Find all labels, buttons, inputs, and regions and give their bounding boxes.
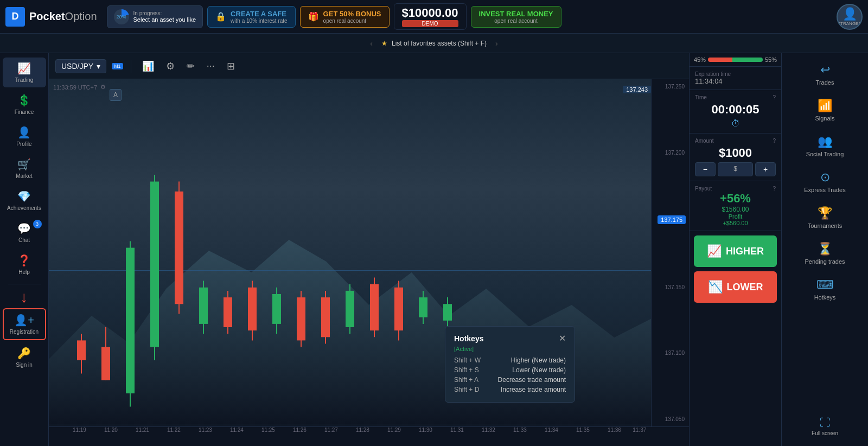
pending-trades-label: Pending trades <box>805 258 845 265</box>
more-button[interactable]: ··· <box>203 58 218 74</box>
svg-rect-32 <box>443 304 452 321</box>
sidebar-item-profile[interactable]: 👤 Profile <box>3 122 46 151</box>
amount-decrease-button[interactable]: − <box>695 162 716 176</box>
trading-icon: 📈 <box>17 62 31 75</box>
time-tick-0: 11:19 <box>73 427 86 433</box>
hotkeys-popup: Hotkeys ✕ [Active] Shift + W Higher (New… <box>445 326 575 403</box>
chat-label: Chat <box>18 237 30 243</box>
sidebar-item-registration[interactable]: 👤+ Registration <box>3 308 46 340</box>
hotkeys-header: Hotkeys ✕ <box>454 333 566 343</box>
logo[interactable]: D PocketOption <box>5 7 97 27</box>
create-safe-button[interactable]: 🔒 CREATE A SAFE with a 10% interest rate <box>207 6 296 28</box>
hotkeys-title: Hotkeys <box>454 334 483 343</box>
time-tick-12: 11:31 <box>450 427 464 433</box>
rp-item-social[interactable]: 👥 Social Trading <box>787 129 863 163</box>
achievements-icon: 💎 <box>17 190 31 203</box>
price-label-3: 137.150 <box>652 284 689 290</box>
higher-button[interactable]: 📈 HIGHER <box>694 235 777 267</box>
sidebar-item-chat[interactable]: 3 💬 Chat <box>3 218 46 247</box>
utc-text: 11:33:59 UTC+7 <box>53 84 97 91</box>
utc-label: 11:33:59 UTC+7 ⚙ <box>53 84 106 91</box>
profile-label: Profile <box>16 141 31 147</box>
signin-icon: 🔑 <box>17 347 31 360</box>
asset-selector[interactable]: USD/JPY ▾ <box>55 59 106 73</box>
time-tick-6: 11:25 <box>261 427 275 433</box>
payout-profit-sub: Profit <box>695 213 776 220</box>
hotkey-key-2: Shift + S <box>454 366 479 374</box>
sidebar-item-market[interactable]: 🛒 Market <box>3 154 46 183</box>
expiry-time: 11:34:04 <box>695 77 776 85</box>
chat-icon: 💬 <box>17 222 31 235</box>
avatar-button[interactable]: 👤 STRANGER <box>837 4 863 30</box>
help-icon: ❓ <box>17 254 31 267</box>
right-panel: ↩ Trades 📶 Signals 👥 Social Trading ⊙ Ex… <box>781 53 868 446</box>
rp-item-pending[interactable]: ⏳ Pending trades <box>787 237 863 270</box>
lower-label: LOWER <box>727 282 763 293</box>
hotkey-row-4: Shift + D Increase trade amount <box>454 386 566 393</box>
clock-icon: ⏱ <box>695 119 776 129</box>
express-trades-label: Express Trades <box>804 187 845 193</box>
time-tick-9: 11:28 <box>356 427 369 433</box>
sidebar-item-help[interactable]: ❓ Help <box>3 250 46 279</box>
sidebar-item-signin[interactable]: 🔑 Sign in <box>3 342 46 372</box>
chart-area: USD/JPY ▾ M1 📊 ⚙ ✏ ··· ⊞ <box>49 53 689 446</box>
rp-item-signals[interactable]: 📶 Signals <box>787 93 863 127</box>
hotkeys-icon: ⌨ <box>816 278 834 292</box>
social-trading-label: Social Trading <box>806 151 844 157</box>
market-label: Market <box>16 173 33 179</box>
layout-button[interactable]: ⊞ <box>224 58 238 74</box>
chart-type-button[interactable]: 📊 <box>139 58 157 74</box>
svg-rect-10 <box>175 192 183 304</box>
nav-left-arrow[interactable]: ‹ <box>366 39 377 48</box>
sidebar-item-finance[interactable]: 💲 Finance <box>3 90 46 119</box>
sidebar-item-achievements[interactable]: 💎 Achievements <box>3 186 46 215</box>
time-tick-15: 11:34 <box>545 427 558 433</box>
time-axis: 11:19 11:20 11:21 11:22 11:23 11:24 11:2… <box>49 426 689 446</box>
signals-icon: 📶 <box>818 99 832 113</box>
indicators-button[interactable]: ⚙ <box>163 58 178 74</box>
down-arrow-indicator: ↓ <box>21 289 28 306</box>
nav-right-arrow[interactable]: › <box>491 39 502 48</box>
progress-circle: 20% <box>114 9 129 24</box>
trading-label: Trading <box>15 77 34 83</box>
rp-item-express[interactable]: ⊙ Express Trades <box>787 165 863 199</box>
asset-name: USD/JPY <box>61 62 93 71</box>
payout-pct: +56% <box>695 192 776 206</box>
price-axis: 137.250 137.200 137.175 137.150 137.100 … <box>651 79 689 426</box>
hotkey-row-1: Shift + W Higher (New trade) <box>454 356 566 364</box>
pending-trades-icon: ⏳ <box>818 242 832 256</box>
hotkey-desc-1: Higher (New trade) <box>511 356 566 364</box>
progress-pct: 20% <box>117 14 126 20</box>
time-tick-1: 11:20 <box>104 427 118 433</box>
amount-increase-button[interactable]: + <box>755 162 776 176</box>
settings-icon[interactable]: ⚙ <box>100 84 106 91</box>
sidebar-item-trading[interactable]: 📈 Trading <box>3 58 46 87</box>
rp-item-hotkeys[interactable]: ⌨ Hotkeys <box>787 272 863 306</box>
hotkey-desc-4: Increase trade amount <box>501 386 566 393</box>
progress-label: In progress: <box>133 10 196 16</box>
time-label: Time <box>695 94 707 100</box>
invest-sub: open real account <box>479 18 553 24</box>
finance-icon: 💲 <box>17 94 31 107</box>
amount-value: $1000 <box>695 146 776 160</box>
registration-icon: 👤+ <box>14 314 34 327</box>
hotkeys-active: [Active] <box>454 346 566 352</box>
hotkeys-close-button[interactable]: ✕ <box>559 333 566 343</box>
draw-button[interactable]: ✏ <box>183 58 198 74</box>
bonus-title: GET 50% BONUS <box>323 10 381 18</box>
invest-button[interactable]: INVEST REAL MONEY open real account <box>471 6 561 28</box>
rp-item-trades[interactable]: ↩ Trades <box>787 58 863 91</box>
time-tick-16: 11:35 <box>576 427 590 433</box>
market-icon: 🛒 <box>17 158 31 171</box>
timeframe-badge: M1 <box>112 63 123 69</box>
time-section: Time ? 00:00:05 ⏱ <box>690 90 781 133</box>
svg-rect-26 <box>370 284 379 330</box>
rp-item-tournaments[interactable]: 🏆 Tournaments <box>787 201 863 234</box>
lower-button[interactable]: 📉 LOWER <box>694 271 777 303</box>
fullscreen-button[interactable]: ⛶ Full screen <box>806 411 844 442</box>
time-tick-14: 11:33 <box>513 427 527 433</box>
bonus-button[interactable]: 🎁 GET 50% BONUS open real account <box>300 6 390 28</box>
payout-help-icon: ? <box>773 186 776 192</box>
profile-icon: 👤 <box>17 126 31 139</box>
progress-button[interactable]: 20% In progress: Select an asset you lik… <box>107 5 203 28</box>
